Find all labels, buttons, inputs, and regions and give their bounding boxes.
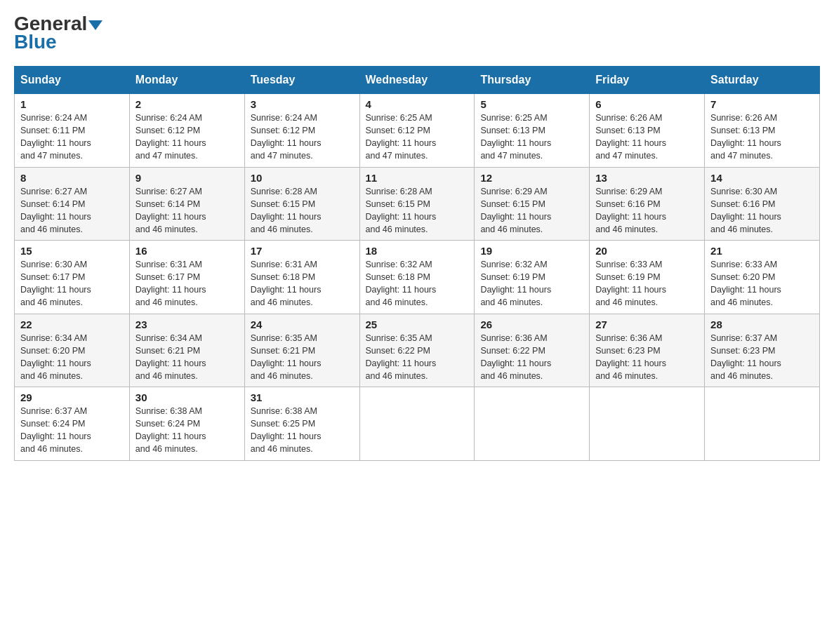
calendar-cell: 4Sunrise: 6:25 AMSunset: 6:12 PMDaylight… <box>359 94 475 168</box>
day-info: Sunrise: 6:34 AMSunset: 6:21 PMDaylight:… <box>135 332 239 383</box>
day-number: 21 <box>710 245 814 257</box>
weekday-header-wednesday: Wednesday <box>359 67 475 94</box>
day-number: 11 <box>366 172 469 184</box>
day-info: Sunrise: 6:27 AMSunset: 6:14 PMDaylight:… <box>135 185 239 236</box>
calendar-cell: 19Sunrise: 6:32 AMSunset: 6:19 PMDayligh… <box>475 241 590 314</box>
day-info: Sunrise: 6:38 AMSunset: 6:24 PMDaylight:… <box>135 405 239 456</box>
logo: General Blue <box>14 14 102 52</box>
day-info: Sunrise: 6:28 AMSunset: 6:15 PMDaylight:… <box>251 185 354 236</box>
day-number: 3 <box>251 98 354 110</box>
calendar-cell: 10Sunrise: 6:28 AMSunset: 6:15 PMDayligh… <box>244 167 359 241</box>
day-info: Sunrise: 6:35 AMSunset: 6:21 PMDaylight:… <box>251 332 354 383</box>
calendar-cell: 28Sunrise: 6:37 AMSunset: 6:23 PMDayligh… <box>705 314 820 387</box>
calendar-cell: 26Sunrise: 6:36 AMSunset: 6:22 PMDayligh… <box>475 314 590 387</box>
calendar-cell: 23Sunrise: 6:34 AMSunset: 6:21 PMDayligh… <box>129 314 244 387</box>
day-info: Sunrise: 6:30 AMSunset: 6:16 PMDaylight:… <box>710 185 814 236</box>
weekday-header-monday: Monday <box>129 67 244 94</box>
calendar-week-row: 15Sunrise: 6:30 AMSunset: 6:17 PMDayligh… <box>15 241 820 314</box>
weekday-header-tuesday: Tuesday <box>244 67 359 94</box>
day-info: Sunrise: 6:27 AMSunset: 6:14 PMDaylight:… <box>20 185 124 236</box>
day-info: Sunrise: 6:36 AMSunset: 6:23 PMDaylight:… <box>595 332 699 383</box>
calendar-cell: 3Sunrise: 6:24 AMSunset: 6:12 PMDaylight… <box>244 94 359 168</box>
page-header: General Blue <box>14 14 820 52</box>
weekday-header-saturday: Saturday <box>705 67 820 94</box>
day-number: 1 <box>20 98 124 110</box>
day-number: 18 <box>366 245 469 257</box>
day-number: 19 <box>480 245 583 257</box>
calendar-cell: 11Sunrise: 6:28 AMSunset: 6:15 PMDayligh… <box>359 167 475 241</box>
day-number: 15 <box>20 245 124 257</box>
day-info: Sunrise: 6:37 AMSunset: 6:24 PMDaylight:… <box>20 405 124 456</box>
day-number: 17 <box>251 245 354 257</box>
calendar-cell: 24Sunrise: 6:35 AMSunset: 6:21 PMDayligh… <box>244 314 359 387</box>
calendar-cell: 22Sunrise: 6:34 AMSunset: 6:20 PMDayligh… <box>15 314 130 387</box>
day-info: Sunrise: 6:33 AMSunset: 6:20 PMDaylight:… <box>710 258 814 309</box>
day-number: 10 <box>251 172 354 184</box>
calendar-cell: 9Sunrise: 6:27 AMSunset: 6:14 PMDaylight… <box>129 167 244 241</box>
day-number: 4 <box>366 98 469 110</box>
day-number: 28 <box>710 318 814 330</box>
day-number: 2 <box>135 98 239 110</box>
day-info: Sunrise: 6:28 AMSunset: 6:15 PMDaylight:… <box>366 185 469 236</box>
day-number: 24 <box>251 318 354 330</box>
day-info: Sunrise: 6:24 AMSunset: 6:11 PMDaylight:… <box>20 112 124 163</box>
calendar-cell: 21Sunrise: 6:33 AMSunset: 6:20 PMDayligh… <box>705 241 820 314</box>
logo-arrow-icon <box>88 20 102 30</box>
calendar-table: SundayMondayTuesdayWednesdayThursdayFrid… <box>14 66 820 461</box>
day-number: 16 <box>135 245 239 257</box>
day-info: Sunrise: 6:25 AMSunset: 6:13 PMDaylight:… <box>480 112 583 163</box>
day-info: Sunrise: 6:24 AMSunset: 6:12 PMDaylight:… <box>251 112 354 163</box>
calendar-week-row: 1Sunrise: 6:24 AMSunset: 6:11 PMDaylight… <box>15 94 820 168</box>
calendar-cell: 30Sunrise: 6:38 AMSunset: 6:24 PMDayligh… <box>129 387 244 461</box>
day-number: 14 <box>710 172 814 184</box>
calendar-cell <box>359 387 475 461</box>
weekday-header-sunday: Sunday <box>15 67 130 94</box>
calendar-cell: 1Sunrise: 6:24 AMSunset: 6:11 PMDaylight… <box>15 94 130 168</box>
day-info: Sunrise: 6:26 AMSunset: 6:13 PMDaylight:… <box>710 112 814 163</box>
calendar-cell: 16Sunrise: 6:31 AMSunset: 6:17 PMDayligh… <box>129 241 244 314</box>
weekday-header-friday: Friday <box>590 67 705 94</box>
calendar-week-row: 29Sunrise: 6:37 AMSunset: 6:24 PMDayligh… <box>15 387 820 461</box>
day-info: Sunrise: 6:36 AMSunset: 6:22 PMDaylight:… <box>480 332 583 383</box>
calendar-cell: 29Sunrise: 6:37 AMSunset: 6:24 PMDayligh… <box>15 387 130 461</box>
day-number: 25 <box>366 318 469 330</box>
calendar-cell: 13Sunrise: 6:29 AMSunset: 6:16 PMDayligh… <box>590 167 705 241</box>
day-info: Sunrise: 6:32 AMSunset: 6:18 PMDaylight:… <box>366 258 469 309</box>
day-info: Sunrise: 6:35 AMSunset: 6:22 PMDaylight:… <box>366 332 469 383</box>
calendar-cell: 25Sunrise: 6:35 AMSunset: 6:22 PMDayligh… <box>359 314 475 387</box>
day-info: Sunrise: 6:30 AMSunset: 6:17 PMDaylight:… <box>20 258 124 309</box>
calendar-week-row: 22Sunrise: 6:34 AMSunset: 6:20 PMDayligh… <box>15 314 820 387</box>
day-number: 22 <box>20 318 124 330</box>
day-number: 7 <box>710 98 814 110</box>
calendar-cell: 18Sunrise: 6:32 AMSunset: 6:18 PMDayligh… <box>359 241 475 314</box>
calendar-cell <box>590 387 705 461</box>
day-number: 8 <box>20 172 124 184</box>
calendar-cell: 20Sunrise: 6:33 AMSunset: 6:19 PMDayligh… <box>590 241 705 314</box>
calendar-week-row: 8Sunrise: 6:27 AMSunset: 6:14 PMDaylight… <box>15 167 820 241</box>
calendar-cell: 5Sunrise: 6:25 AMSunset: 6:13 PMDaylight… <box>475 94 590 168</box>
day-number: 23 <box>135 318 239 330</box>
day-number: 30 <box>135 391 239 403</box>
calendar-cell: 15Sunrise: 6:30 AMSunset: 6:17 PMDayligh… <box>15 241 130 314</box>
day-info: Sunrise: 6:29 AMSunset: 6:16 PMDaylight:… <box>595 185 699 236</box>
day-info: Sunrise: 6:26 AMSunset: 6:13 PMDaylight:… <box>595 112 699 163</box>
day-info: Sunrise: 6:31 AMSunset: 6:17 PMDaylight:… <box>135 258 239 309</box>
calendar-cell: 14Sunrise: 6:30 AMSunset: 6:16 PMDayligh… <box>705 167 820 241</box>
day-number: 12 <box>480 172 583 184</box>
calendar-cell <box>705 387 820 461</box>
day-info: Sunrise: 6:34 AMSunset: 6:20 PMDaylight:… <box>20 332 124 383</box>
day-number: 29 <box>20 391 124 403</box>
day-number: 27 <box>595 318 699 330</box>
calendar-cell: 6Sunrise: 6:26 AMSunset: 6:13 PMDaylight… <box>590 94 705 168</box>
day-number: 20 <box>595 245 699 257</box>
calendar-cell <box>475 387 590 461</box>
calendar-cell: 7Sunrise: 6:26 AMSunset: 6:13 PMDaylight… <box>705 94 820 168</box>
day-info: Sunrise: 6:31 AMSunset: 6:18 PMDaylight:… <box>251 258 354 309</box>
calendar-cell: 8Sunrise: 6:27 AMSunset: 6:14 PMDaylight… <box>15 167 130 241</box>
weekday-header-thursday: Thursday <box>475 67 590 94</box>
day-number: 9 <box>135 172 239 184</box>
day-number: 13 <box>595 172 699 184</box>
calendar-cell: 31Sunrise: 6:38 AMSunset: 6:25 PMDayligh… <box>244 387 359 461</box>
calendar-cell: 27Sunrise: 6:36 AMSunset: 6:23 PMDayligh… <box>590 314 705 387</box>
day-info: Sunrise: 6:33 AMSunset: 6:19 PMDaylight:… <box>595 258 699 309</box>
